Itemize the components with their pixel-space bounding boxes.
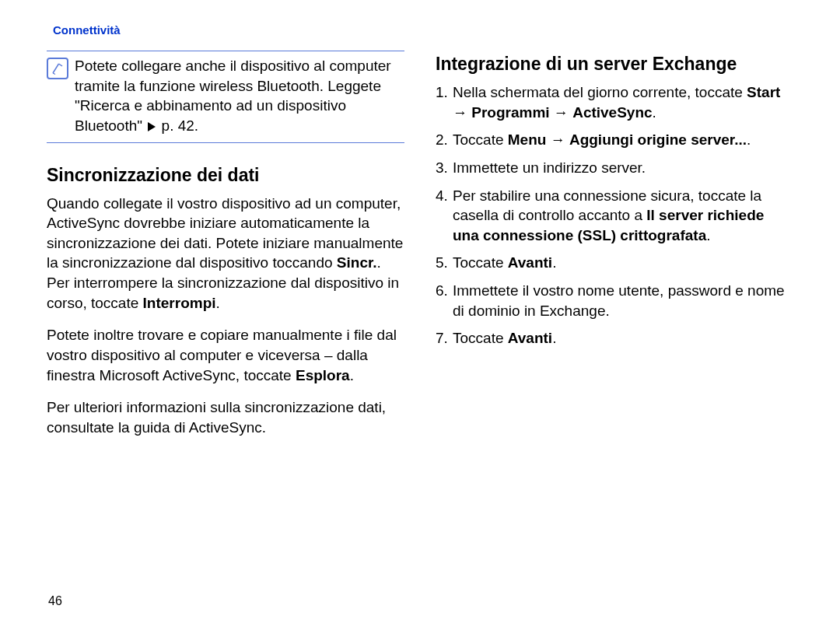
list-item: Nella schermata del giorno corrente, toc…: [436, 82, 793, 122]
note-text: Potete collegare anche il dispositivo al…: [75, 56, 404, 136]
list-item: Per stabilire una connessione sicura, to…: [436, 186, 793, 246]
list-item: Toccate Avanti.: [436, 328, 793, 348]
note-body: Potete collegare anche il dispositivo al…: [75, 58, 391, 134]
two-column-layout: Potete collegare anche il dispositivo al…: [47, 51, 793, 450]
list-item: Immettete un indirizzo server.: [436, 158, 793, 178]
sync-paragraph-3: Per ulteriori informazioni sulla sincron…: [47, 397, 404, 437]
sync-paragraph-1: Quando collegate il vostro dispositivo a…: [47, 194, 404, 313]
page-number: 46: [48, 594, 62, 608]
document-page: Connettività Potete collegare anche il d…: [0, 0, 840, 630]
right-column: Integrazione di un server Exchange Nella…: [436, 51, 793, 450]
list-item: Immettete il vostro nome utente, passwor…: [436, 281, 793, 320]
exchange-steps: Nella schermata del giorno corrente, toc…: [436, 82, 793, 348]
left-column: Potete collegare anche il dispositivo al…: [47, 51, 404, 450]
page-header: Connettività: [53, 23, 793, 37]
heading-sync: Sincronizzazione dei dati: [47, 165, 404, 186]
note-icon: [47, 58, 68, 79]
note-pageref: p. 42.: [157, 117, 198, 134]
list-item: Toccate Menu → Aggiungi origine server..…: [436, 130, 793, 150]
note-box: Potete collegare anche il dispositivo al…: [47, 51, 404, 143]
list-item: Toccate Avanti.: [436, 253, 793, 273]
sync-paragraph-2: Potete inoltre trovare e copiare manualm…: [47, 325, 404, 385]
heading-exchange: Integrazione di un server Exchange: [436, 54, 793, 75]
triangle-icon: [148, 122, 156, 131]
